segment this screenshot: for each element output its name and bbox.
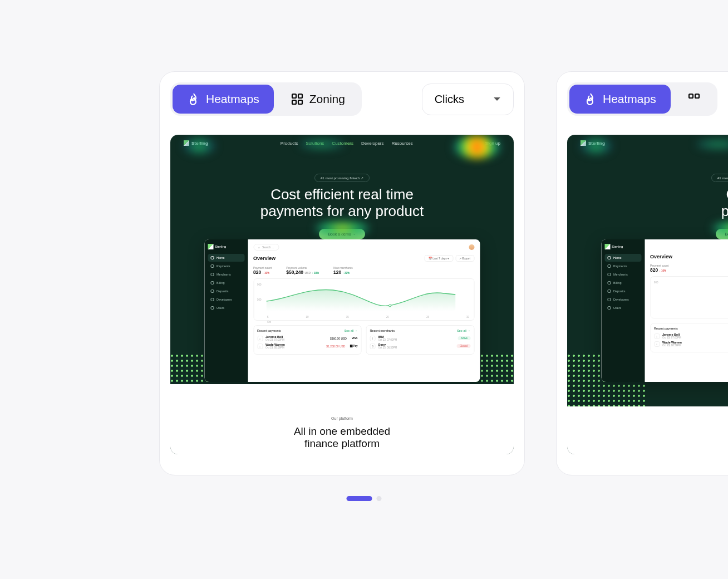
hero-cta: Book a demo → xyxy=(319,229,365,239)
grid-icon xyxy=(291,92,304,106)
section-title: All in one embedded finance platform xyxy=(170,425,514,450)
svg-rect-0 xyxy=(292,94,296,98)
overview-title: Overview xyxy=(253,256,276,261)
svg-rect-1 xyxy=(298,94,302,98)
export-button: ↗ Export xyxy=(455,255,474,262)
heatmaps-tab[interactable]: Heatmaps xyxy=(173,85,274,114)
view-segment: Heatmaps Zoning xyxy=(170,82,362,116)
site-preview: Sterling ProductsSolutionsCustomersDevel… xyxy=(170,135,514,454)
svg-rect-3 xyxy=(298,100,302,104)
site-brand: Sterling xyxy=(184,140,208,146)
hero-title: Cost efficient real timepayments for any… xyxy=(170,187,514,220)
grid-icon xyxy=(687,92,701,106)
chevron-down-icon xyxy=(493,95,501,103)
section-label: Our platform xyxy=(331,416,353,420)
brand-icon xyxy=(184,140,189,146)
svg-rect-5 xyxy=(689,94,693,98)
line-chart: 900500 51015202530 Oct xyxy=(253,278,474,321)
dashboard-preview: Sterling HomePaymentsMerchantsBillingDep… xyxy=(204,239,480,382)
flame-icon xyxy=(584,92,597,106)
carousel-pager xyxy=(347,496,382,501)
flame-icon xyxy=(187,92,200,106)
recent-payments: Recent paymentsSee all → ↓Jerome BellOct… xyxy=(253,325,362,355)
zoning-tab[interactable]: Zoning xyxy=(276,85,360,114)
pager-dot-active[interactable] xyxy=(347,496,372,501)
site-nav-links: ProductsSolutionsCustomersDevelopersReso… xyxy=(281,141,413,146)
pager-dot[interactable] xyxy=(377,496,382,501)
signup-link: Sign up xyxy=(485,141,500,146)
svg-point-4 xyxy=(388,305,391,307)
recent-merchants: Recent merchantsSee all → IIBMOct 23, 07… xyxy=(366,325,475,355)
date-range: 📅 Last 7 days ▾ xyxy=(425,255,453,262)
heatmaps-tab[interactable]: Heatmaps xyxy=(569,85,671,114)
search-input: ⌕ Search ... xyxy=(253,244,279,251)
svg-rect-2 xyxy=(292,100,296,104)
metric-dropdown[interactable]: Clicks xyxy=(422,84,514,115)
hero-pill: #1 most promising fintech ↗ xyxy=(314,174,370,182)
brand-icon xyxy=(208,244,213,249)
heatmap-card-peek: Heatmaps Sterling Products #1 most promi… xyxy=(556,71,728,475)
zoning-tab[interactable] xyxy=(673,85,715,114)
heatmap-card: Heatmaps Zoning Clicks Sterling Products… xyxy=(159,71,525,475)
avatar xyxy=(469,244,474,250)
svg-rect-6 xyxy=(695,94,699,98)
